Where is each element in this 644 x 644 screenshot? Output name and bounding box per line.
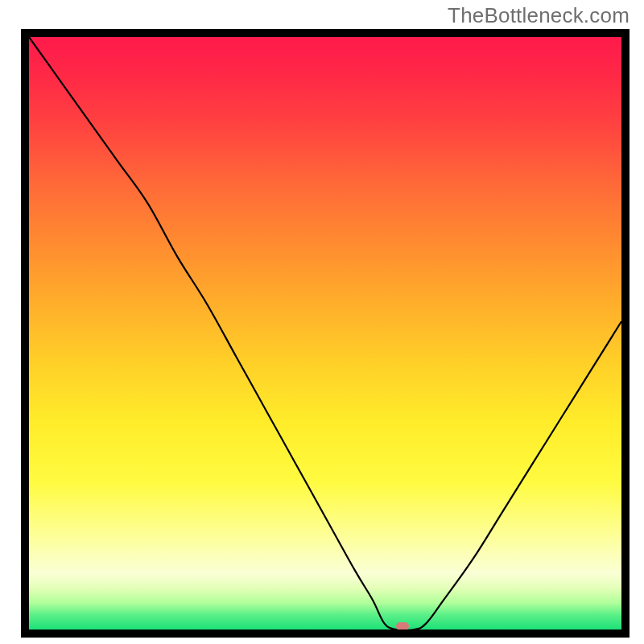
watermark-text: TheBottleneck.com — [448, 3, 630, 28]
bottleneck-curve — [29, 37, 621, 630]
minimum-marker — [396, 622, 409, 630]
chart-plot-area — [21, 29, 630, 638]
chart-frame: TheBottleneck.com — [0, 0, 644, 644]
